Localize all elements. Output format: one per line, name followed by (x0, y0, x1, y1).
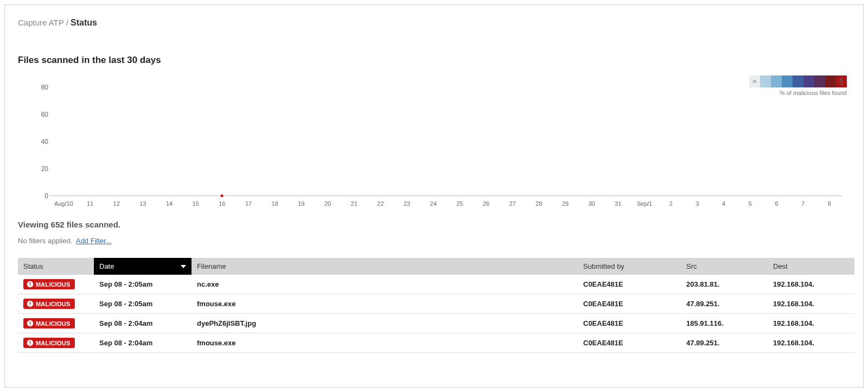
x-tick: 21 (341, 200, 367, 207)
breadcrumb-parent[interactable]: Capture ATP (18, 18, 64, 27)
svg-rect-5 (30, 305, 31, 306)
svg-rect-11 (30, 344, 31, 345)
x-tick: 23 (394, 200, 420, 207)
table-row[interactable]: MALICIOUSSep 08 - 2:04amdyePhZ6jISBT.jpg… (18, 314, 854, 333)
cell-filename: dyePhZ6jISBT.jpg (192, 314, 578, 333)
x-tick: 20 (315, 200, 341, 207)
col-header-date[interactable]: Date (94, 258, 192, 275)
cell-date: Sep 08 - 2:05am (94, 294, 192, 314)
x-tick: 11 (77, 200, 104, 207)
cell-dest: 192.168.104. (768, 314, 854, 333)
x-tick: Sep/1 (631, 200, 658, 207)
cell-src: 47.89.251. (681, 294, 768, 314)
col-header-submitted[interactable]: Submitted by (578, 258, 681, 275)
alert-icon (27, 320, 34, 327)
cell-filename: nc.exe (192, 275, 578, 294)
sort-desc-icon (181, 265, 186, 268)
status-badge: MALICIOUS (23, 279, 75, 289)
y-tick: 40 (32, 138, 48, 146)
cell-date: Sep 08 - 2:04am (94, 314, 192, 333)
svg-rect-8 (30, 325, 31, 326)
cell-date: Sep 08 - 2:05am (94, 275, 192, 294)
svg-rect-1 (30, 282, 31, 284)
chart-plot-area (50, 87, 843, 196)
alert-icon (27, 281, 34, 288)
cell-dest: 192.168.104. (768, 294, 854, 314)
viewing-summary: Viewing 652 files scanned. (18, 220, 854, 229)
svg-rect-4 (30, 302, 31, 304)
cell-submitted: C0EAE481E (578, 333, 681, 353)
y-axis: 020406080 (29, 87, 48, 196)
status-badge: MALICIOUS (23, 299, 75, 309)
cell-src: 203.81.81. (681, 275, 768, 294)
y-tick: 60 (32, 111, 48, 118)
cell-submitted: C0EAE481E (578, 294, 681, 314)
x-tick: 25 (446, 200, 473, 207)
svg-rect-2 (30, 286, 31, 287)
x-tick: 28 (526, 200, 552, 207)
bar-chart: 020406080 Aug/10111213141516171819202122… (29, 87, 843, 207)
x-tick: 16 (209, 200, 235, 207)
col-header-filename[interactable]: Filename (192, 258, 578, 275)
cell-date: Sep 08 - 2:04am (94, 333, 192, 353)
svg-rect-10 (30, 341, 31, 343)
x-tick: 17 (235, 200, 262, 207)
status-badge: MALICIOUS (23, 338, 75, 348)
x-tick: 5 (737, 200, 763, 207)
col-header-dest[interactable]: Dest (768, 258, 854, 275)
y-tick: 80 (32, 84, 48, 91)
x-axis: Aug/101112131415161718192021222324252627… (50, 200, 843, 207)
x-tick: 3 (684, 200, 711, 207)
x-tick: 2 (658, 200, 684, 207)
x-tick: 30 (578, 200, 605, 207)
y-tick: 20 (32, 165, 48, 173)
svg-rect-7 (30, 321, 31, 324)
x-tick: 24 (420, 200, 446, 207)
x-tick: 7 (790, 200, 816, 207)
table-header-row: Status Date Filename Submitted by Src De… (18, 258, 854, 275)
col-header-date-label: Date (99, 262, 114, 270)
selected-day-marker (220, 194, 223, 197)
cell-submitted: C0EAE481E (578, 275, 681, 294)
col-header-status[interactable]: Status (18, 258, 94, 275)
add-filter-link[interactable]: Add Filter... (76, 237, 112, 245)
x-tick: 31 (605, 200, 631, 207)
breadcrumb: Capture ATP / Status (18, 18, 854, 28)
x-tick: Aug/10 (50, 200, 77, 207)
x-tick: 26 (473, 200, 500, 207)
x-tick: 14 (156, 200, 183, 207)
x-tick: 19 (288, 200, 315, 207)
breadcrumb-sep: / (64, 18, 71, 27)
col-header-src[interactable]: Src (681, 258, 768, 275)
x-tick: 27 (499, 200, 526, 207)
status-badge: MALICIOUS (23, 318, 75, 328)
x-tick: 4 (711, 200, 737, 207)
cell-filename: fmouse.exe (192, 294, 578, 314)
no-filters-label: No filters applied. (18, 237, 72, 245)
x-tick: 29 (552, 200, 579, 207)
cell-dest: 192.168.104. (768, 333, 854, 353)
filter-status: No filters applied. Add Filter... (18, 237, 854, 245)
x-tick: 13 (130, 200, 156, 207)
x-tick: 8 (816, 200, 843, 207)
x-tick: 18 (261, 200, 288, 207)
x-tick: 12 (103, 200, 130, 207)
breadcrumb-current: Status (71, 18, 97, 27)
alert-icon (27, 339, 34, 346)
y-tick: 0 (32, 192, 48, 200)
table-row[interactable]: MALICIOUSSep 08 - 2:05amfmouse.exeC0EAE4… (18, 294, 854, 314)
legend-gradient: 0100 (749, 75, 847, 87)
alert-icon (27, 300, 34, 307)
x-tick: 6 (763, 200, 790, 207)
cell-dest: 192.168.104. (768, 275, 854, 294)
x-tick: 22 (367, 200, 394, 207)
results-table: Status Date Filename Submitted by Src De… (18, 258, 854, 353)
cell-src: 47.89.251. (681, 333, 768, 353)
cell-src: 185.91.116. (681, 314, 768, 333)
table-row[interactable]: MALICIOUSSep 08 - 2:04amfmouse.exeC0EAE4… (18, 333, 854, 353)
table-row[interactable]: MALICIOUSSep 08 - 2:05amnc.exeC0EAE481E2… (18, 275, 854, 294)
section-title: Files scanned in the last 30 days (18, 55, 854, 66)
x-tick: 15 (182, 200, 209, 207)
cell-filename: fmouse.exe (192, 333, 578, 353)
page-container: Capture ATP / Status Files scanned in th… (4, 4, 864, 388)
